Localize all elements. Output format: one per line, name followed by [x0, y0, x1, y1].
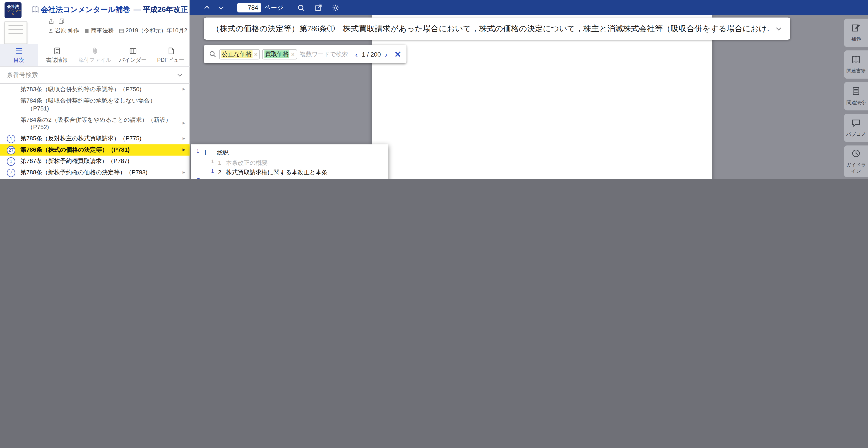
open-in-new-icon[interactable] [314, 4, 322, 11]
search-input[interactable]: 複数ワードで検索 [300, 50, 351, 58]
toc-item[interactable]: 第792条（剰余金の配当等に関する特則）（P797) [0, 178, 190, 179]
hit-count-badge: 1 [211, 158, 214, 164]
app-window: 会社法 コンメンタール 会社法コンメンタール補巻― 平成26年改正 岩原 紳作 … [0, 0, 868, 179]
sidebar-tab[interactable]: PDFビュー [152, 44, 190, 66]
left-sidebar: 会社法 コンメンタール 会社法コンメンタール補巻― 平成26年改正 岩原 紳作 … [0, 0, 190, 179]
search-term: 買取価格 [265, 50, 289, 58]
article-title: （株式の価格の決定等）第786条① 株式買取請求があった場合において，株式の価格… [212, 24, 770, 34]
outline-item[interactable]: 1 1 本条改正の概要 [191, 157, 389, 167]
guide-icon [851, 149, 861, 162]
outline-number: 1 [218, 159, 221, 165]
rail-button[interactable]: ガイドライン [844, 146, 868, 178]
expand-title-icon[interactable] [775, 25, 783, 32]
page-up-icon[interactable] [204, 4, 211, 11]
in-document-search-bar: 公正な価格 × 買取価格 × 複数ワードで検索 ‹ 1 / 200 › ✕ [204, 45, 406, 64]
rail-button-label: パブコメ [846, 131, 866, 137]
toc-item[interactable]: 第784条の2（吸収合併等をやめることの請求）（新設）（P752) ▸ [0, 114, 190, 133]
outline-item[interactable]: 1 Ⅰ 総説 [191, 147, 389, 157]
toc-item[interactable]: 27 第786条（株式の価格の決定等）（P781) ▸ [0, 145, 190, 156]
article-search-placeholder: 条番号検索 [7, 71, 177, 79]
attach-icon [91, 46, 99, 55]
toc-item[interactable]: 第783条（吸収合併契約等の承認等）（P750) ▸ [0, 84, 190, 95]
sidebar-tab[interactable]: 目次 [0, 44, 38, 66]
outline-item[interactable]: 1 2 株式買取請求権に関する本改正と本条 [191, 167, 389, 177]
app-logo: 会社法 コンメンタール [4, 2, 22, 18]
chevron-right-icon: ▸ [183, 135, 185, 142]
toc-item[interactable]: 7 第788条（新株予約権の価格の決定等）（P793) ▸ [0, 167, 190, 178]
books-icon [851, 55, 861, 68]
comment-icon [851, 118, 861, 131]
rail-button[interactable]: 補巻 [844, 19, 868, 47]
toc-item[interactable]: 1 第785条（反対株主の株式買取請求）（P775) ▸ [0, 133, 190, 145]
page-unit-label: ページ [265, 3, 283, 12]
gear-icon[interactable] [332, 4, 339, 11]
outline-number: 2 [218, 169, 221, 175]
toc-item-label: 第784条（吸収合併契約等の承認を要しない場合）（P751) [20, 97, 156, 111]
hit-count-badge: 1 [196, 148, 199, 154]
publish-date: 2019（令和元）年10月20日 [125, 27, 187, 35]
outline-number: Ⅱ [205, 179, 208, 179]
toc-icon [15, 46, 23, 55]
page-down-icon[interactable] [217, 4, 225, 11]
author-icon [48, 28, 54, 33]
viewer-toolbar: 784 ページ [190, 0, 868, 15]
rail-button-label: 関連法令 [846, 100, 866, 106]
previous-match-icon[interactable]: ‹ [354, 50, 359, 58]
book-meta: 岩原 紳作 商事法務 2019（令和元）年10月20日 [48, 27, 187, 35]
next-match-icon[interactable]: › [383, 50, 389, 58]
close-search-icon[interactable]: ✕ [394, 49, 401, 59]
publisher-icon [84, 28, 89, 33]
remove-chip-icon[interactable]: × [291, 51, 294, 58]
toc-item-label: 第786条（株式の価格の決定等）（P781) [20, 146, 130, 153]
tab-label: 添付ファイル [79, 56, 111, 64]
rail-button-label: ガイドライン [845, 162, 867, 174]
toc-item[interactable]: 第784条（吸収合併契約等の承認を要しない場合）（P751) [0, 95, 190, 114]
chevron-right-icon: ▸ [183, 169, 185, 176]
info-icon [53, 46, 61, 55]
rail-button[interactable]: 関連書籍 [844, 51, 868, 79]
article-title-bar: （株式の価格の決定等）第786条① 株式買取請求があった場合において，株式の価格… [204, 18, 790, 40]
search-chip[interactable]: 買取価格 × [262, 49, 297, 59]
article-outline-popup: 1 Ⅰ 総説 1 1 本条改正の概要 1 2 株式買取請求権に関する本改正と本条… [191, 145, 389, 179]
binder-icon [129, 46, 137, 55]
hit-count-badge: 1 [211, 168, 214, 174]
article-number-search[interactable]: 条番号検索 [0, 67, 190, 84]
edit-icon [851, 23, 861, 36]
toc-item[interactable]: 1 第787条（新株予約権買取請求）（P787) [0, 156, 190, 167]
book-cover-thumbnail [4, 22, 27, 44]
book-header: 会社法 コンメンタール 会社法コンメンタール補巻― 平成26年改正 岩原 紳作 … [0, 0, 189, 44]
hit-count-badge: 1 [7, 135, 16, 143]
right-rail: 補巻 関連書籍 関連法令 パブコメ ガイドライン [844, 19, 868, 178]
share-icon[interactable] [48, 17, 55, 27]
copy-link-icon[interactable] [58, 17, 65, 27]
outline-number: Ⅰ [205, 149, 206, 156]
search-chip[interactable]: 公正な価格 × [219, 49, 260, 59]
chevron-down-icon [177, 72, 183, 78]
calendar-icon [119, 28, 124, 33]
toc-list: 第783条（吸収合併契約等の承認等）（P750) ▸ 第784条（吸収合併契約等… [0, 84, 190, 179]
sidebar-tab[interactable]: 添付ファイル [76, 44, 114, 66]
sidebar-tab[interactable]: バインダー [114, 44, 152, 66]
toc-item-label: 第788条（新株予約権の価格の決定等）（P793) [20, 169, 148, 175]
chevron-right-icon: ▸ [183, 120, 185, 127]
author-name: 岩原 紳作 [55, 27, 79, 35]
search-icon[interactable] [297, 4, 305, 11]
outline-title: 株式買取請求権に関する本改正と本条 [226, 169, 328, 177]
sidebar-tabs: 目次 書誌情報 添付ファイル バインダー PDFビュー [0, 44, 190, 67]
sidebar-tab[interactable]: 書誌情報 [38, 44, 76, 66]
outline-title: 総説 [217, 149, 229, 157]
tab-label: 書誌情報 [46, 56, 68, 64]
hit-count-badge: 7 [7, 169, 16, 177]
outline-title: 本条改正の概要 [226, 159, 268, 167]
remove-chip-icon[interactable]: × [254, 51, 258, 58]
rail-button[interactable]: パブコメ [844, 114, 868, 142]
book-edition: ― 平成26年改正 [134, 5, 188, 14]
hit-count-badge: 1 [7, 157, 16, 166]
document-page [372, 15, 712, 179]
tab-label: バインダー [119, 56, 147, 64]
law-icon [851, 87, 861, 100]
page-number-input[interactable]: 784 [237, 3, 261, 13]
book-title: 会社法コンメンタール補巻 [41, 5, 130, 14]
rail-button[interactable]: 関連法令 [844, 82, 868, 110]
outline-item[interactable]: 24 Ⅱ 株式の価格の決定前の株式会社による支払（本条5項） [191, 177, 389, 179]
